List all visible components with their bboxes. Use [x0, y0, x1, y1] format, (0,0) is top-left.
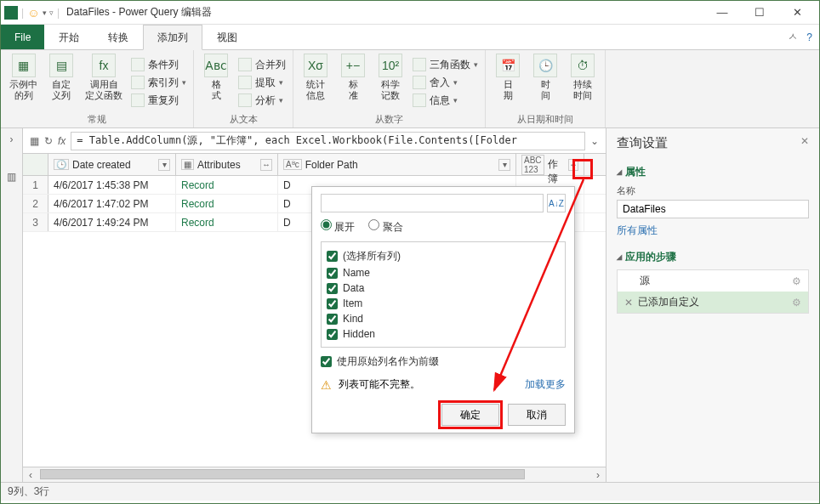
queries-icon: ▥	[7, 171, 16, 183]
formula-dropdown-icon[interactable]: ⌄	[590, 135, 599, 147]
close-button[interactable]: ✕	[778, 1, 816, 25]
row-number: 2	[23, 195, 48, 212]
formula-bar: ▦ ↻ fx = Table.AddColumn(源, "工作簿", each …	[23, 128, 606, 154]
popup-search-input[interactable]	[321, 194, 544, 212]
section-properties[interactable]: 属性	[617, 165, 809, 179]
scroll-left-icon[interactable]: ‹	[23, 467, 38, 483]
delete-step-icon[interactable]: ✕	[624, 297, 633, 309]
radio-expand[interactable]: 展开	[321, 219, 355, 235]
check-use-prefix[interactable]: 使用原始列名作为前缀	[321, 354, 566, 369]
qat-divider: |	[21, 7, 24, 19]
scientific-button[interactable]: 10²科学 记数	[373, 52, 407, 103]
invoke-function-button[interactable]: fx调用自 定义函数	[82, 52, 126, 103]
file-tab[interactable]: File	[1, 25, 44, 49]
expand-column-popup: A↓Z 展开 聚合 (选择所有列) Name Data Item Kind Hi…	[311, 186, 575, 433]
extract-button[interactable]: 提取▾	[236, 75, 288, 91]
tab-home[interactable]: 开始	[44, 25, 94, 49]
minimize-button[interactable]: —	[703, 1, 741, 25]
expand-icon[interactable]: ↔	[260, 159, 272, 171]
tab-transform[interactable]: 转换	[94, 25, 143, 49]
duration-button[interactable]: ⏱持续 时间	[566, 52, 600, 103]
column-checklist: (选择所有列) Name Data Item Kind Hidden	[321, 241, 566, 348]
date-button[interactable]: 📅日 期	[491, 52, 525, 103]
ok-button[interactable]: 确定	[441, 404, 499, 426]
check-column[interactable]: Kind	[327, 311, 560, 326]
expand-queries-icon[interactable]: ›	[10, 133, 14, 145]
check-select-all[interactable]: (选择所有列)	[327, 247, 560, 265]
col-date-created[interactable]: 🕒Date created▾	[48, 154, 176, 175]
query-settings-pane: 查询设置 ✕ 属性 名称 所有属性 应用的步骤 源⚙✕已添加自定义⚙	[606, 128, 819, 482]
maximize-button[interactable]: ☐	[741, 1, 778, 25]
check-column[interactable]: Data	[327, 280, 560, 296]
gear-icon[interactable]: ⚙	[792, 275, 801, 287]
tab-view[interactable]: 视图	[202, 25, 252, 49]
parse-button[interactable]: 分析▾	[236, 93, 288, 109]
warning-icon: ⚠	[321, 378, 332, 392]
queries-pane-collapsed[interactable]: › ▥	[1, 128, 23, 482]
tab-add-column[interactable]: 添加列	[143, 25, 202, 50]
horizontal-scrollbar[interactable]: ‹ ›	[23, 467, 606, 482]
name-label: 名称	[617, 184, 809, 197]
section-steps[interactable]: 应用的步骤	[617, 250, 809, 264]
index-column-button[interactable]: 索引列▾	[129, 75, 188, 91]
filter-dropdown-icon[interactable]: ▾	[498, 159, 510, 171]
cancel-button[interactable]: 取消	[508, 404, 566, 426]
col-folder-path[interactable]: AᴮcFolder Path▾	[278, 154, 516, 175]
duplicate-column-button[interactable]: 重复列	[129, 93, 188, 109]
check-column[interactable]: Hidden	[327, 326, 560, 342]
standard-button[interactable]: +−标 准	[336, 52, 370, 103]
close-settings-icon[interactable]: ✕	[800, 135, 809, 147]
collapse-ribbon-icon[interactable]: ㅅ	[788, 30, 798, 44]
window-title: DataFiles - Power Query 编辑器	[66, 5, 212, 20]
excel-icon	[4, 6, 18, 20]
cell-date[interactable]: 4/6/2017 1:49:24 PM	[48, 213, 176, 231]
title-bar: | ☺ ▾ ▿ | DataFiles - Power Query 编辑器 — …	[1, 1, 819, 25]
load-more-link[interactable]: 加载更多	[525, 377, 566, 392]
format-button[interactable]: Aʙᴄ格 式	[199, 52, 233, 103]
column-from-examples-button[interactable]: ▦示例中 的列	[6, 52, 41, 103]
expand-icon[interactable]: ↔	[568, 159, 578, 171]
info-button[interactable]: 信息▾	[411, 93, 480, 109]
rounding-button[interactable]: 舍入▾	[411, 75, 480, 91]
qat-dropdown-icon[interactable]: ▾ ▿	[43, 8, 54, 17]
radio-aggregate[interactable]: 聚合	[368, 219, 402, 235]
any-type-icon: ABC123	[521, 155, 544, 175]
cell-attributes[interactable]: Record	[176, 176, 278, 194]
status-bar: 9列、3行	[1, 482, 819, 501]
cell-attributes[interactable]: Record	[176, 195, 278, 212]
sort-az-icon[interactable]: A↓Z	[547, 194, 566, 212]
statistics-button[interactable]: Xσ统计 信息	[299, 52, 333, 103]
settings-title: 查询设置	[617, 135, 809, 151]
smiley-icon[interactable]: ☺	[27, 6, 39, 20]
custom-column-button[interactable]: ▤自定 义列	[44, 52, 78, 103]
refresh-icon[interactable]: ↻	[44, 135, 53, 147]
merge-columns-button[interactable]: 合并列	[236, 57, 288, 73]
col-workbook[interactable]: ABC123工作簿↔	[516, 154, 584, 175]
formula-input[interactable]: = Table.AddColumn(源, "工作簿", each Excel.W…	[71, 132, 585, 150]
group-number-label: 从数字	[375, 113, 403, 126]
cell-attributes[interactable]: Record	[176, 213, 278, 231]
fx-label: fx	[58, 135, 65, 147]
query-name-input[interactable]	[617, 200, 809, 218]
cell-date[interactable]: 4/6/2017 1:45:38 PM	[48, 176, 176, 194]
trig-button[interactable]: 三角函数▾	[411, 57, 480, 73]
help-icon[interactable]: ?	[806, 31, 812, 43]
col-attributes[interactable]: ▦Attributes↔	[176, 154, 278, 175]
applied-step[interactable]: 源⚙	[618, 270, 808, 292]
filter-dropdown-icon[interactable]: ▾	[158, 159, 170, 171]
all-properties-link[interactable]: 所有属性	[617, 224, 809, 238]
cell-date[interactable]: 4/6/2017 1:47:02 PM	[48, 195, 176, 212]
menu-bar: File 开始 转换 添加列 视图 ㅅ ?	[1, 25, 819, 50]
table-icon[interactable]: ▦	[30, 135, 39, 147]
scroll-thumb[interactable]	[40, 469, 525, 479]
check-column[interactable]: Name	[327, 265, 560, 280]
scroll-right-icon[interactable]: ›	[590, 467, 606, 483]
conditional-column-button[interactable]: 条件列	[129, 57, 188, 73]
time-button[interactable]: 🕒时 间	[528, 52, 562, 103]
applied-step[interactable]: ✕已添加自定义⚙	[618, 292, 808, 313]
group-general-label: 常规	[88, 113, 106, 126]
select-all-corner[interactable]	[23, 154, 48, 175]
text-type-icon: Aᴮc	[283, 159, 302, 170]
check-column[interactable]: Item	[327, 296, 560, 311]
gear-icon[interactable]: ⚙	[792, 297, 801, 309]
